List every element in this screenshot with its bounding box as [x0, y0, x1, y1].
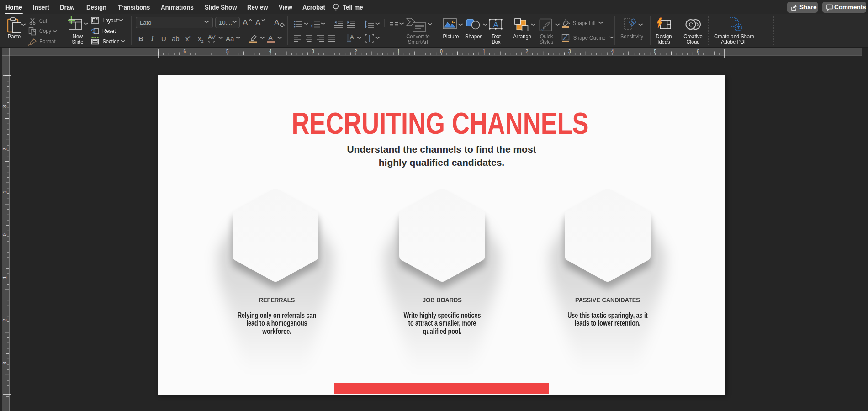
svg-text:5: 5 [654, 49, 656, 54]
svg-text:4: 4 [611, 49, 614, 54]
svg-text:1: 1 [311, 20, 313, 23]
svg-text:6: 6 [183, 49, 186, 54]
svg-text:3: 3 [312, 49, 314, 54]
svg-text:A: A [493, 21, 499, 29]
svg-text:3: 3 [311, 26, 313, 28]
svg-text:2: 2 [2, 148, 7, 150]
svg-text:5: 5 [226, 49, 229, 54]
svg-text:2: 2 [355, 49, 357, 54]
svg-text:3: 3 [568, 49, 571, 54]
svg-text:6: 6 [697, 49, 699, 54]
svg-text:A: A [350, 34, 354, 41]
svg-text:1: 1 [2, 190, 7, 193]
svg-text:1: 1 [397, 49, 400, 54]
svg-text:2: 2 [526, 49, 529, 54]
svg-text:1: 1 [2, 276, 7, 279]
svg-text:4: 4 [269, 49, 272, 54]
svg-text:2: 2 [2, 319, 7, 321]
svg-text:0: 0 [440, 49, 443, 54]
svg-text:3: 3 [2, 362, 7, 364]
svg-text:3: 3 [2, 105, 7, 108]
svg-text:0: 0 [2, 233, 7, 236]
svg-text:1: 1 [483, 49, 486, 54]
svg-text:AV: AV [208, 34, 216, 41]
svg-text:2: 2 [311, 23, 313, 26]
